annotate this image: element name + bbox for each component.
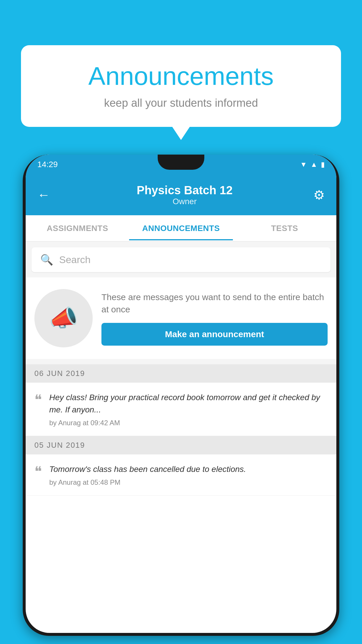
promo-content: These are messages you want to send to t… [101,291,328,346]
status-time: 14:29 [37,160,58,169]
bubble-subtitle: keep all your students informed [38,97,324,109]
announcement-content-2: Tomorrow's class has been cancelled due … [49,463,328,487]
header-title: Physics Batch 12 [56,184,313,197]
announcement-text-1: Hey class! Bring your practical record b… [49,391,328,416]
tab-announcements[interactable]: ANNOUNCEMENTS [129,216,233,240]
tab-assignments[interactable]: ASSIGNMENTS [26,216,129,240]
announcement-item-2: ❝ Tomorrow's class has been cancelled du… [26,454,336,496]
status-icons: ▼ ▲ ▮ [300,160,325,169]
speech-bubble-section: Announcements keep all your students inf… [21,45,341,127]
header-subtitle: Owner [56,197,313,206]
quote-icon-2: ❝ [34,465,42,479]
phone-frame: 14:29 ▼ ▲ ▮ ← Physics Batch 12 Owner ⚙ [23,155,339,636]
back-button[interactable]: ← [37,188,50,202]
wifi-icon: ▼ [300,160,307,169]
date-separator-1: 06 JUN 2019 [26,364,336,383]
notch [158,155,204,170]
date-separator-2: 05 JUN 2019 [26,436,336,454]
announcement-meta-2: by Anurag at 05:48 PM [49,478,328,487]
search-bar[interactable]: 🔍 Search [31,247,331,272]
promo-description: These are messages you want to send to t… [101,291,328,316]
tab-tests[interactable]: TESTS [233,216,336,240]
announcement-item-1: ❝ Hey class! Bring your practical record… [26,383,336,436]
settings-gear-icon[interactable]: ⚙ [313,188,325,202]
phone-screen: 14:29 ▼ ▲ ▮ ← Physics Batch 12 Owner ⚙ [26,155,336,633]
search-icon: 🔍 [40,254,53,266]
announcement-content-1: Hey class! Bring your practical record b… [49,391,328,427]
promo-section: 📣 These are messages you want to send to… [26,277,336,359]
tabs-container: ASSIGNMENTS ANNOUNCEMENTS TESTS [26,215,336,242]
app-header: ← Physics Batch 12 Owner ⚙ [26,174,336,215]
promo-icon-circle: 📣 [34,289,93,347]
search-placeholder: Search [59,254,91,265]
status-bar: 14:29 ▼ ▲ ▮ [26,155,336,174]
speech-bubble: Announcements keep all your students inf… [21,45,341,127]
bubble-title: Announcements [38,61,324,91]
header-center: Physics Batch 12 Owner [56,184,313,206]
content-area: 🔍 Search 📣 These are messages you want t… [26,242,336,496]
phone-container: 14:29 ▼ ▲ ▮ ← Physics Batch 12 Owner ⚙ [23,155,339,644]
announcement-text-2: Tomorrow's class has been cancelled due … [49,463,328,475]
quote-icon-1: ❝ [34,393,42,407]
signal-icon: ▲ [310,160,317,169]
announcement-meta-1: by Anurag at 09:42 AM [49,419,328,427]
megaphone-icon: 📣 [49,304,78,332]
make-announcement-button[interactable]: Make an announcement [101,323,328,346]
battery-icon: ▮ [321,160,325,169]
